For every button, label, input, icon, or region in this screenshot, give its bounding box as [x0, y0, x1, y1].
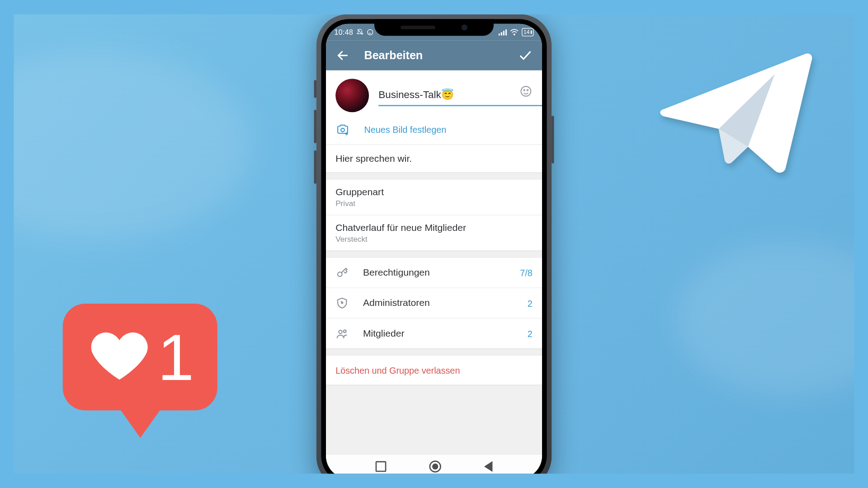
chat-history-label: Chatverlauf für neue Mitglieder	[335, 222, 533, 233]
whatsapp-icon	[366, 28, 373, 36]
svg-rect-3	[501, 32, 502, 35]
background: 1 10:48	[14, 14, 854, 474]
users-icon	[335, 327, 349, 340]
chat-history-row[interactable]: Chatverlauf für neue Mitglieder Versteck…	[326, 215, 542, 250]
screen: 10:48 14	[326, 24, 542, 474]
members-label: Mitglieder	[363, 328, 513, 339]
back-button[interactable]	[335, 47, 351, 64]
admins-value: 2	[528, 298, 533, 308]
members-row[interactable]: Mitglieder 2	[326, 318, 542, 348]
permissions-value: 7/8	[520, 267, 533, 277]
chat-history-value: Versteckt	[335, 235, 533, 244]
status-time: 10:48	[335, 28, 354, 36]
check-icon	[518, 48, 533, 63]
bg-cloud	[14, 50, 253, 241]
camera-plus-icon	[335, 123, 350, 136]
group-type-row[interactable]: Gruppenart Privat	[326, 179, 542, 215]
nav-recent-button[interactable]	[376, 461, 387, 472]
group-avatar[interactable]	[335, 79, 369, 112]
svg-point-1	[367, 29, 373, 35]
svg-rect-5	[505, 29, 507, 35]
set-new-image-button[interactable]: Neues Bild festlegen	[326, 118, 542, 144]
nav-home-button[interactable]	[429, 460, 441, 472]
smiley-icon	[519, 84, 533, 98]
group-settings-section: Gruppenart Privat Chatverlauf für neue M…	[326, 179, 542, 250]
like-bubble: 1	[63, 304, 217, 438]
group-type-value: Privat	[335, 199, 533, 208]
delete-leave-button[interactable]: Löschen und Gruppe verlassen	[326, 356, 542, 385]
shield-star-icon	[335, 296, 349, 310]
android-nav-bar	[326, 454, 542, 474]
group-management-section: Berechtigungen 7/8 Administratoren 2 Mit…	[326, 258, 542, 348]
permissions-row[interactable]: Berechtigungen 7/8	[326, 258, 542, 287]
like-count: 1	[158, 324, 194, 390]
group-type-label: Gruppenart	[335, 187, 533, 197]
svg-point-16	[344, 330, 346, 333]
svg-point-15	[339, 330, 342, 333]
admins-row[interactable]: Administratoren 2	[326, 287, 542, 318]
phone-mockup: 10:48 14	[316, 14, 552, 474]
page-title: Bearbeiten	[364, 49, 504, 62]
set-new-image-label: Neues Bild festlegen	[364, 124, 447, 134]
svg-point-8	[521, 86, 531, 96]
confirm-button[interactable]	[517, 47, 534, 64]
danger-section: Löschen und Gruppe verlassen	[326, 356, 542, 385]
permissions-label: Berechtigungen	[363, 267, 506, 278]
group-description-field[interactable]: Hier sprechen wir.	[326, 145, 542, 173]
emoji-button[interactable]	[519, 84, 533, 100]
heart-icon	[86, 327, 153, 387]
svg-point-6	[514, 34, 514, 35]
empty-space	[326, 391, 542, 454]
battery-indicator: 14	[522, 28, 533, 36]
svg-rect-4	[503, 31, 505, 35]
svg-point-10	[527, 89, 528, 90]
svg-point-9	[524, 89, 524, 90]
signal-icon	[499, 28, 507, 36]
admins-label: Administratoren	[363, 298, 513, 309]
members-value: 2	[528, 328, 533, 338]
app-bar: Bearbeiten	[326, 41, 542, 70]
wifi-icon	[510, 28, 519, 36]
arrow-left-icon	[336, 49, 349, 62]
telegram-logo-icon	[657, 49, 812, 180]
key-icon	[335, 266, 349, 279]
group-name-input[interactable]	[378, 84, 542, 106]
nav-back-button[interactable]	[484, 461, 492, 472]
svg-rect-2	[499, 33, 500, 35]
bg-cloud	[675, 241, 854, 396]
dnd-icon	[356, 28, 363, 36]
group-edit-section: Neues Bild festlegen Hier sprechen wir.	[326, 70, 542, 173]
svg-point-11	[341, 128, 344, 132]
